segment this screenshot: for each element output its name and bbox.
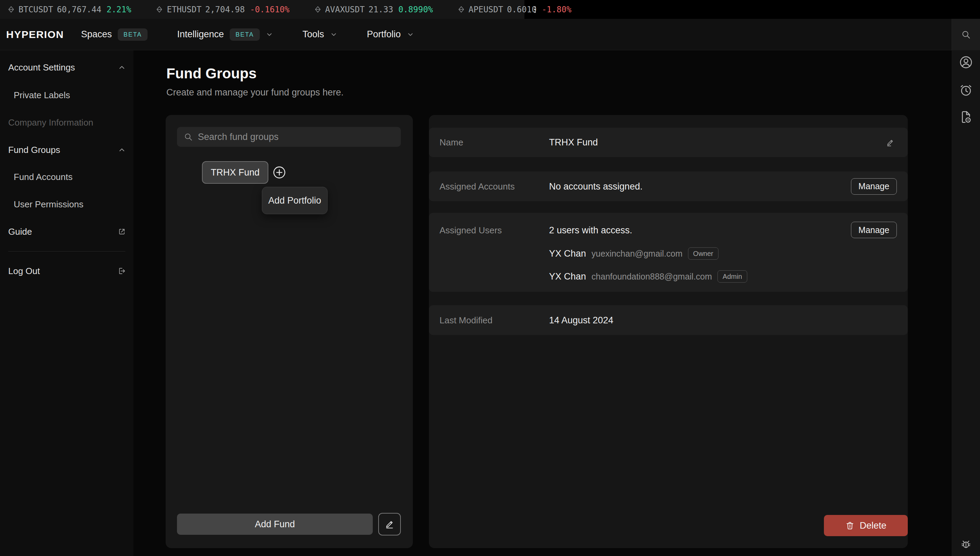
external-link-icon <box>118 228 126 236</box>
trash-icon <box>845 521 855 530</box>
delete-button-label: Delete <box>860 520 886 531</box>
ticker-price: 2,704.98 <box>205 5 245 15</box>
chevron-down-icon <box>265 31 273 38</box>
sidebar-item-account-settings[interactable]: Account Settings <box>8 58 126 77</box>
logout-icon <box>118 267 126 275</box>
page-subtitle: Create and manage your fund groups here. <box>167 87 344 98</box>
token-diamond-icon <box>458 6 465 13</box>
assigned-users-label: Assigned Users <box>440 225 502 236</box>
nav-item-label: Portfolio <box>367 29 401 40</box>
profile-icon[interactable] <box>959 55 973 70</box>
fund-search-box <box>177 127 401 147</box>
brand-logo[interactable]: HYPERION <box>6 29 64 40</box>
sidebar-item-label: User Permissions <box>14 199 84 210</box>
role-badge-owner: Owner <box>688 247 718 260</box>
ticker-strip: BTCUSDT 60,767.44 2.21% ETHUSDT 2,704.98… <box>0 0 524 19</box>
sidebar-item-label: Company Information <box>8 117 94 128</box>
document-preview-icon[interactable] <box>959 110 973 124</box>
sidebar-item-fund-groups[interactable]: Fund Groups <box>8 141 126 159</box>
assigned-accounts-row: Assigned Accounts No accounts assigned. … <box>429 171 908 201</box>
users-summary: 2 users with access. <box>549 225 632 236</box>
bug-report-icon[interactable] <box>960 538 972 550</box>
chevron-up-icon <box>118 63 126 71</box>
user-row: YX Chan yuexinchan@gmail.com Owner <box>549 247 718 260</box>
ticker-symbol: ETHUSDT <box>167 5 201 15</box>
sidebar-item-label: Log Out <box>8 266 40 276</box>
sidebar-item-company-information[interactable]: Company Information <box>8 113 126 132</box>
fund-list-card: TRHX Fund Add Portfolio Add Fund <box>166 115 413 548</box>
ticker-price: 60,767.44 <box>57 5 101 15</box>
role-badge-admin: Admin <box>718 270 747 283</box>
sidebar-item-user-permissions[interactable]: User Permissions <box>8 195 126 213</box>
nav-item-spaces[interactable]: Spaces BETA <box>81 28 148 41</box>
ticker-change: -0.1610% <box>250 5 289 15</box>
name-value: TRHX Fund <box>549 137 598 148</box>
user-name: YX Chan <box>549 272 586 282</box>
sidebar-item-fund-accounts[interactable]: Fund Accounts <box>8 168 126 186</box>
nav-item-portfolio[interactable]: Portfolio <box>367 29 414 40</box>
last-modified-row: Last Modified 14 August 2024 <box>429 305 908 335</box>
search-icon <box>961 30 971 39</box>
nav-menu: Spaces BETA Intelligence BETA Tools Port… <box>81 28 414 41</box>
ticker-change: 2.21% <box>107 5 131 15</box>
ticker-item-ethusdt[interactable]: ETHUSDT 2,704.98 -0.1610% <box>156 5 289 15</box>
tooltip-label: Add Portfolio <box>268 196 322 206</box>
assigned-accounts-label: Assigned Accounts <box>440 181 515 192</box>
ticker-item-apeusdt[interactable]: APEUSDT 0.6010 -1.80% <box>458 5 572 15</box>
name-row: Name TRHX Fund <box>429 128 908 157</box>
ticker-symbol: APEUSDT <box>469 5 503 15</box>
edit-name-icon[interactable] <box>885 137 895 147</box>
ticker-symbol: BTCUSDT <box>18 5 53 15</box>
manage-accounts-button[interactable]: Manage <box>851 178 897 195</box>
left-sidebar: Account Settings Private Labels Company … <box>0 50 134 556</box>
search-icon <box>184 133 193 141</box>
ticker-price: 21.33 <box>368 5 393 15</box>
history-clock-icon[interactable] <box>959 83 973 97</box>
sidebar-item-guide[interactable]: Guide <box>8 222 126 241</box>
sidebar-item-label: Fund Accounts <box>14 172 73 183</box>
edit-funds-button[interactable] <box>378 513 401 535</box>
ticker-change: 0.8990% <box>398 5 433 15</box>
fund-group-chip-trhx[interactable]: TRHX Fund <box>202 161 268 184</box>
add-portfolio-button[interactable] <box>272 165 287 180</box>
manage-users-button[interactable]: Manage <box>851 222 897 238</box>
right-icon-rail <box>952 50 980 556</box>
pencil-icon <box>885 137 895 147</box>
sidebar-divider <box>8 251 125 252</box>
user-email: chanfoundation888@gmail.com <box>592 272 712 281</box>
fund-search-input[interactable] <box>198 132 394 142</box>
fund-group-chip-label: TRHX Fund <box>211 167 260 178</box>
name-label: Name <box>440 137 463 148</box>
add-fund-button[interactable]: Add Fund <box>177 514 373 535</box>
token-diamond-icon <box>314 6 322 13</box>
ticker-item-btcusdt[interactable]: BTCUSDT 60,767.44 2.21% <box>8 5 131 15</box>
sidebar-item-private-labels[interactable]: Private Labels <box>8 86 126 104</box>
ticker-change: -1.80% <box>542 5 572 15</box>
user-email: yuexinchan@gmail.com <box>592 249 682 259</box>
nav-item-tools[interactable]: Tools <box>302 29 338 40</box>
sidebar-item-log-out[interactable]: Log Out <box>8 262 126 280</box>
beta-badge: BETA <box>118 28 148 41</box>
global-search-button[interactable] <box>952 19 980 50</box>
ticker-menu-kebab-icon[interactable] <box>529 0 541 19</box>
last-modified-value: 14 August 2024 <box>549 315 613 325</box>
pencil-icon <box>385 519 395 529</box>
last-modified-label: Last Modified <box>440 315 493 325</box>
assigned-accounts-value: No accounts assigned. <box>549 181 642 192</box>
nav-item-intelligence[interactable]: Intelligence BETA <box>177 28 273 41</box>
sidebar-item-label: Guide <box>8 226 32 237</box>
user-name: YX Chan <box>549 248 586 259</box>
nav-item-label: Intelligence <box>177 29 224 40</box>
token-diamond-icon <box>8 6 15 13</box>
fund-detail-card: Name TRHX Fund Assigned Accounts No acco… <box>429 115 908 548</box>
delete-fund-button[interactable]: Delete <box>824 515 908 536</box>
plus-circle-icon <box>272 165 287 180</box>
nav-item-label: Spaces <box>81 29 112 40</box>
user-row: YX Chan chanfoundation888@gmail.com Admi… <box>549 270 747 283</box>
chevron-down-icon <box>330 31 338 38</box>
assigned-users-row: Assigned Users 2 users with access. Mana… <box>429 213 908 292</box>
chevron-down-icon <box>407 31 414 38</box>
beta-badge: BETA <box>230 28 260 41</box>
ticker-item-avaxusdt[interactable]: AVAXUSDT 21.33 0.8990% <box>314 5 433 15</box>
main-content: Fund Groups Create and manage your fund … <box>134 50 952 556</box>
